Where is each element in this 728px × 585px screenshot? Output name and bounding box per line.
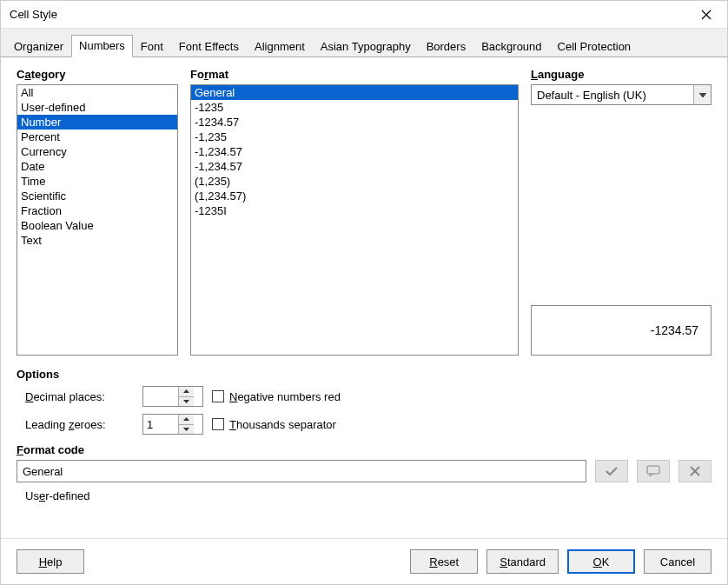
category-listbox[interactable]: All User-defined Number Percent Currency…: [17, 84, 178, 356]
dialog-button-bar: Help Reset Standard OK Cancel: [1, 538, 727, 584]
format-code-input[interactable]: [17, 460, 586, 482]
delete-icon: [690, 466, 700, 476]
spin-down-icon[interactable]: [179, 424, 194, 435]
language-column: Language Default - English (UK) -1234.57: [531, 68, 711, 356]
thousands-sep-checkbox[interactable]: [212, 418, 224, 430]
list-item[interactable]: Percent: [17, 130, 177, 144]
reset-button[interactable]: Reset: [410, 549, 478, 574]
ok-button[interactable]: OK: [567, 549, 635, 574]
spin-up-icon[interactable]: [179, 415, 194, 424]
thousands-sep-label: Thousands separator: [229, 418, 336, 431]
format-listbox[interactable]: General -1235 -1234.57 -1,235 -1,234.57 …: [190, 84, 519, 356]
cancel-button[interactable]: Cancel: [644, 549, 711, 574]
tab-cell-protection[interactable]: Cell Protection: [550, 36, 639, 57]
list-item[interactable]: All: [17, 85, 177, 100]
options-section: Options Decimal places: Negative numbers…: [17, 368, 711, 435]
chevron-down-icon[interactable]: [693, 85, 711, 104]
remove-format-button[interactable]: [678, 460, 711, 482]
titlebar: Cell Style: [1, 1, 727, 29]
tab-organizer[interactable]: Organizer: [6, 36, 71, 57]
svg-marker-2: [699, 93, 706, 97]
leading-zeroes-label: Leading zeroes:: [25, 418, 134, 431]
close-icon: [701, 10, 711, 20]
list-item[interactable]: Currency: [17, 144, 177, 159]
tab-borders[interactable]: Borders: [419, 36, 474, 57]
check-icon: [605, 466, 619, 476]
negative-red-checkbox[interactable]: [212, 390, 224, 402]
list-item[interactable]: -1,235: [191, 130, 518, 144]
list-item[interactable]: Fraction: [17, 203, 177, 218]
language-dropdown[interactable]: Default - English (UK): [531, 84, 711, 105]
list-item[interactable]: -1235I: [191, 203, 518, 218]
list-item[interactable]: User-defined: [17, 100, 177, 115]
window-title: Cell Style: [10, 8, 689, 21]
list-item[interactable]: (1,235): [191, 174, 518, 189]
list-item[interactable]: -1235: [191, 100, 518, 115]
preview-value: -1234.57: [651, 323, 698, 337]
leading-zeroes-input[interactable]: [143, 415, 178, 434]
tab-content: Category All User-defined Number Percent…: [1, 57, 727, 538]
svg-marker-3: [183, 389, 189, 393]
cell-style-dialog: Cell Style Organizer Numbers Font Font E…: [0, 0, 728, 585]
spin-down-icon[interactable]: [179, 396, 194, 407]
category-heading: Category: [17, 68, 178, 81]
list-item[interactable]: Text: [17, 233, 177, 248]
list-item[interactable]: Boolean Value: [17, 218, 177, 233]
add-format-button[interactable]: [595, 460, 628, 482]
edit-comment-button[interactable]: [637, 460, 670, 482]
list-item[interactable]: Scientific: [17, 189, 177, 203]
list-item[interactable]: Time: [17, 174, 177, 189]
user-defined-note: User-defined: [17, 489, 711, 502]
close-button[interactable]: [689, 3, 724, 27]
decimal-places-label: Decimal places:: [25, 390, 134, 403]
list-item[interactable]: Number: [17, 115, 177, 130]
category-column: Category All User-defined Number Percent…: [17, 68, 178, 356]
format-code-section: Format code User-defined: [17, 443, 711, 502]
language-heading: Language: [531, 68, 711, 81]
list-item[interactable]: Date: [17, 159, 177, 174]
thousands-sep-checkbox-row[interactable]: Thousands separator: [212, 418, 386, 431]
options-heading: Options: [17, 368, 711, 381]
svg-marker-4: [183, 400, 189, 403]
leading-zeroes-stepper[interactable]: [142, 414, 203, 435]
tab-asian-typography[interactable]: Asian Typography: [313, 36, 419, 57]
list-item[interactable]: -1,234.57: [191, 159, 518, 174]
negative-red-label: Negative numbers red: [229, 390, 341, 403]
tab-background[interactable]: Background: [473, 36, 549, 57]
format-code-heading: Format code: [17, 443, 711, 456]
tab-font[interactable]: Font: [133, 36, 171, 57]
language-value: Default - English (UK): [532, 89, 693, 102]
format-preview: -1234.57: [531, 305, 711, 356]
tab-font-effects[interactable]: Font Effects: [171, 36, 247, 57]
negative-red-checkbox-row[interactable]: Negative numbers red: [212, 390, 386, 403]
comment-icon: [646, 465, 660, 477]
help-button[interactable]: Help: [17, 549, 84, 574]
decimal-places-input[interactable]: [143, 387, 178, 406]
svg-marker-6: [183, 428, 189, 431]
format-heading: Format: [190, 68, 519, 81]
tab-alignment[interactable]: Alignment: [247, 36, 313, 57]
tab-strip: Organizer Numbers Font Font Effects Alig…: [1, 29, 727, 57]
svg-rect-7: [647, 466, 659, 474]
standard-button[interactable]: Standard: [486, 549, 559, 574]
spin-up-icon[interactable]: [179, 387, 194, 396]
decimal-places-stepper[interactable]: [142, 386, 203, 407]
format-column: Format General -1235 -1234.57 -1,235 -1,…: [190, 68, 519, 356]
svg-marker-5: [183, 417, 189, 421]
list-item[interactable]: -1234.57: [191, 115, 518, 130]
list-item[interactable]: General: [191, 85, 518, 100]
list-item[interactable]: (1,234.57): [191, 189, 518, 203]
tab-numbers[interactable]: Numbers: [71, 35, 133, 57]
list-item[interactable]: -1,234.57: [191, 144, 518, 159]
